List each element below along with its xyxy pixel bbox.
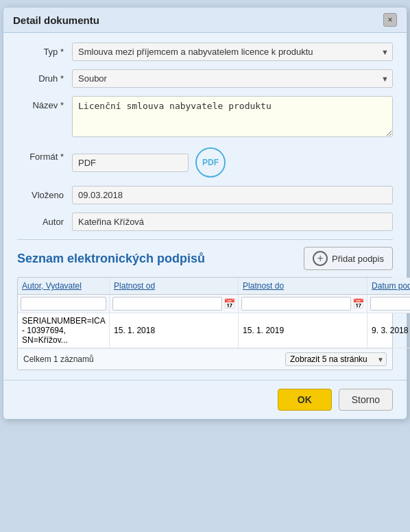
- col-autor[interactable]: Autor, Vydavatel: [18, 278, 110, 295]
- table-header: Autor, Vydavatel Platnost od Platnost do…: [18, 278, 410, 295]
- table-footer: Celkem 1 záznamů Zobrazit 5 na stránkuZo…: [18, 348, 392, 370]
- col-datum-podpisu[interactable]: Datum podpisu: [367, 278, 410, 295]
- col-platnost-do[interactable]: Platnost do: [239, 278, 367, 295]
- cell-datum-podpisu: 9. 3. 2018: [367, 313, 410, 348]
- filter-platnost-do-group: 📅: [241, 297, 364, 311]
- druh-select-wrapper: Soubor ▼: [72, 69, 393, 88]
- typ-label: Typ *: [17, 43, 72, 57]
- autor-label: Autor: [17, 213, 72, 227]
- autor-row: Autor: [17, 213, 393, 231]
- nazev-textarea[interactable]: [72, 96, 393, 137]
- typ-select-wrapper: Smlouva mezi příjemcem a nabyvatelem lic…: [72, 43, 393, 61]
- cell-autor: SERIALNUMBER=ICA - 10397694, SN=Křížov..…: [18, 313, 110, 348]
- nazev-label: Název *: [17, 96, 72, 110]
- pdf-badge[interactable]: PDF: [195, 147, 226, 178]
- vlozeno-input[interactable]: [72, 186, 393, 204]
- filter-row: 📅 📅: [18, 295, 410, 313]
- druh-row: Druh * Soubor ▼: [17, 69, 393, 88]
- filter-datum-podpisu-cell: 📅: [367, 295, 410, 313]
- calendar-platnost-od-icon[interactable]: 📅: [224, 298, 235, 309]
- col-platnost-od[interactable]: Platnost od: [110, 278, 239, 295]
- signatures-header: Seznam elektronických podpisů + Přidat p…: [17, 247, 393, 270]
- nazev-control: [72, 96, 393, 139]
- signatures-table-container: Autor, Vydavatel Platnost od Platnost do…: [17, 277, 393, 370]
- cell-platnost-do: 15. 1. 2019: [239, 313, 367, 348]
- autor-control: [72, 213, 393, 231]
- detail-dialog: Detail dokumentu × Typ * Smlouva mezi př…: [3, 7, 407, 420]
- signatures-title: Seznam elektronických podpisů: [17, 252, 205, 266]
- vlozeno-label: Vloženo: [17, 186, 72, 200]
- add-signature-label: Přidat podpis: [332, 254, 384, 264]
- signatures-table: Autor, Vydavatel Platnost od Platnost do…: [18, 278, 410, 348]
- format-label: Formát *: [17, 147, 72, 162]
- total-label: Celkem 1 záznamů: [23, 354, 94, 364]
- druh-label: Druh *: [17, 69, 72, 84]
- signatures-section: Seznam elektronických podpisů + Přidat p…: [17, 239, 393, 370]
- filter-platnost-do-cell: 📅: [239, 295, 367, 313]
- filter-datum-podpisu-input[interactable]: [370, 297, 410, 311]
- per-page-select[interactable]: Zobrazit 5 na stránkuZobrazit 10 na strá…: [285, 352, 387, 366]
- close-button[interactable]: ×: [383, 13, 397, 27]
- druh-control: Soubor ▼: [72, 69, 393, 88]
- add-icon: +: [313, 251, 328, 266]
- table-row: SERIALNUMBER=ICA - 10397694, SN=Křížov..…: [18, 313, 410, 348]
- dialog-header: Detail dokumentu ×: [3, 8, 407, 33]
- table-header-row: Autor, Vydavatel Platnost od Platnost do…: [18, 278, 410, 295]
- vlozeno-row: Vloženo: [17, 186, 393, 204]
- cancel-button[interactable]: Storno: [339, 389, 393, 411]
- druh-select[interactable]: Soubor: [72, 69, 393, 88]
- cell-platnost-od: 15. 1. 2018: [110, 313, 239, 348]
- typ-row: Typ * Smlouva mezi příjemcem a nabyvatel…: [17, 43, 393, 61]
- format-control: PDF: [72, 147, 393, 178]
- dialog-body: Typ * Smlouva mezi příjemcem a nabyvatel…: [3, 33, 407, 380]
- typ-select[interactable]: Smlouva mezi příjemcem a nabyvatelem lic…: [72, 43, 393, 61]
- dialog-footer: OK Storno: [3, 380, 407, 419]
- add-signature-button[interactable]: + Přidat podpis: [304, 247, 393, 270]
- format-input[interactable]: [72, 154, 189, 172]
- ok-button[interactable]: OK: [278, 389, 332, 411]
- filter-autor-input[interactable]: [21, 297, 106, 311]
- filter-platnost-od-input[interactable]: [112, 297, 222, 311]
- nazev-row: Název *: [17, 96, 393, 139]
- format-input-group: PDF: [72, 147, 393, 178]
- filter-platnost-do-input[interactable]: [241, 297, 351, 311]
- filter-datum-podpisu-group: 📅: [370, 297, 410, 311]
- filter-platnost-od-group: 📅: [112, 297, 235, 311]
- filter-platnost-od-cell: 📅: [110, 295, 239, 313]
- calendar-platnost-do-icon[interactable]: 📅: [352, 298, 364, 309]
- filter-autor-cell: [18, 295, 110, 313]
- dialog-title: Detail dokumentu: [13, 14, 99, 26]
- vlozeno-control: [72, 186, 393, 204]
- typ-control: Smlouva mezi příjemcem a nabyvatelem lic…: [72, 43, 393, 61]
- table-body: 📅 📅: [18, 295, 410, 348]
- per-page-wrapper: Zobrazit 5 na stránkuZobrazit 10 na strá…: [285, 352, 387, 366]
- format-row: Formát * PDF: [17, 147, 393, 178]
- autor-input[interactable]: [72, 213, 393, 231]
